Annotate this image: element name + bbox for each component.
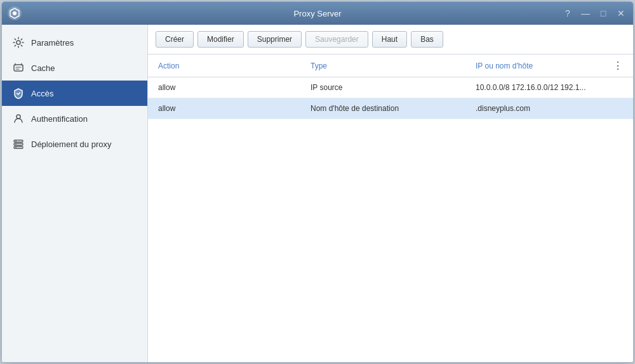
- cell-action-2: allow: [148, 98, 300, 119]
- haut-button[interactable]: Haut: [372, 31, 407, 48]
- window-controls: ? — □ ✕: [561, 6, 628, 20]
- sauvegarder-button[interactable]: Sauvegarder: [305, 31, 368, 48]
- svg-rect-5: [14, 140, 23, 142]
- svg-point-1: [13, 11, 17, 15]
- svg-rect-6: [14, 143, 23, 145]
- sidebar-label-cache: Cache: [31, 63, 55, 73]
- cell-more-1: [603, 77, 633, 98]
- close-button[interactable]: ✕: [614, 6, 628, 20]
- column-header-type: Type: [300, 55, 465, 77]
- sidebar-label-authentification: Authentification: [31, 114, 88, 124]
- svg-point-9: [15, 144, 17, 145]
- user-icon: [12, 112, 25, 125]
- shield-icon: [12, 87, 25, 100]
- help-button[interactable]: ?: [561, 6, 575, 20]
- cell-ip-1: 10.0.0.0/8 172.16.0.0/12 192.1...: [465, 77, 603, 98]
- sidebar-item-cache[interactable]: Cache: [2, 55, 147, 81]
- column-more-options[interactable]: ⋮: [603, 55, 633, 77]
- cell-more-2: [603, 98, 633, 119]
- titlebar: Proxy Server ? — □ ✕: [2, 2, 633, 25]
- maximize-button[interactable]: □: [596, 6, 610, 20]
- sidebar-item-parametres[interactable]: Paramètres: [2, 30, 147, 55]
- app-logo: [7, 6, 22, 21]
- more-options-icon[interactable]: ⋮: [613, 60, 623, 71]
- minimize-button[interactable]: —: [578, 6, 592, 20]
- sidebar-item-acces[interactable]: Accès: [2, 81, 147, 106]
- content-area: Paramètres Cache: [2, 25, 633, 362]
- main-window: Proxy Server ? — □ ✕ Paramètres: [1, 1, 634, 363]
- cell-ip-2: .disneyplus.com: [465, 98, 603, 119]
- window-title: Proxy Server: [293, 9, 341, 18]
- main-panel: Créer Modifier Supprimer Sauvegarder Hau…: [148, 25, 633, 362]
- deploy-icon: [12, 138, 25, 150]
- sidebar-label-acces: Accès: [31, 89, 53, 98]
- sidebar-item-deploiement[interactable]: Déploiement du proxy: [2, 131, 147, 157]
- table-row[interactable]: allow Nom d'hôte de destination .disneyp…: [148, 98, 633, 119]
- sidebar-label-parametres: Paramètres: [31, 38, 74, 48]
- column-header-action: Action: [148, 55, 300, 77]
- cache-icon: [12, 62, 25, 74]
- bas-button[interactable]: Bas: [411, 31, 443, 48]
- table-container: Action Type IP ou nom d'hôte ⋮ a: [148, 55, 633, 362]
- access-table: Action Type IP ou nom d'hôte ⋮ a: [148, 55, 633, 119]
- svg-point-2: [17, 41, 20, 44]
- toolbar: Créer Modifier Supprimer Sauvegarder Hau…: [148, 25, 633, 55]
- svg-point-10: [15, 147, 17, 148]
- table-header-row: Action Type IP ou nom d'hôte ⋮: [148, 55, 633, 77]
- creer-button[interactable]: Créer: [156, 31, 194, 48]
- supprimer-button[interactable]: Supprimer: [248, 31, 302, 48]
- sidebar: Paramètres Cache: [2, 25, 148, 362]
- cell-type-1: IP source: [300, 77, 465, 98]
- sidebar-item-authentification[interactable]: Authentification: [2, 106, 147, 131]
- modifier-button[interactable]: Modifier: [197, 31, 244, 48]
- gear-icon: [12, 36, 25, 49]
- svg-point-4: [17, 115, 20, 119]
- cell-type-2: Nom d'hôte de destination: [300, 98, 465, 119]
- svg-point-8: [15, 141, 17, 142]
- cell-action-1: allow: [148, 77, 300, 98]
- column-header-ip: IP ou nom d'hôte: [465, 55, 603, 77]
- table-row[interactable]: allow IP source 10.0.0.0/8 172.16.0.0/12…: [148, 77, 633, 98]
- sidebar-label-deploiement: Déploiement du proxy: [31, 140, 111, 149]
- svg-rect-7: [14, 146, 23, 148]
